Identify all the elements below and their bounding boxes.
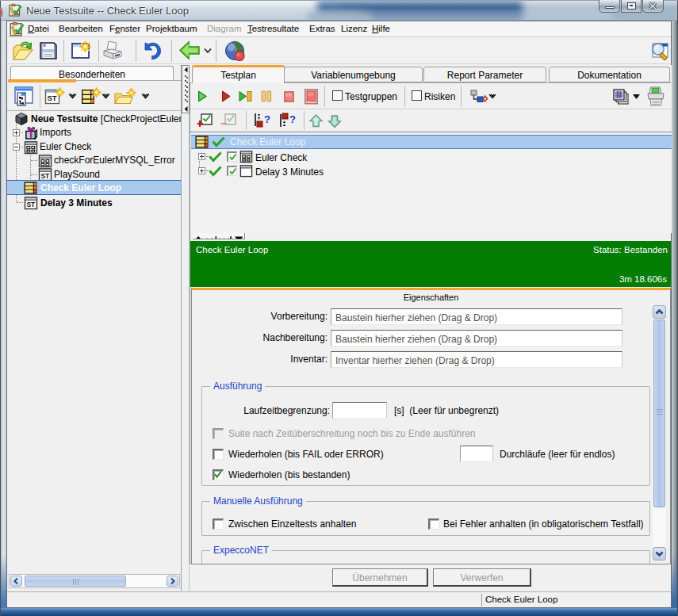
svg-text:ST: ST [40,172,50,180]
svg-text:ST: ST [47,94,56,102]
svg-text:ST: ST [26,201,36,209]
svg-text:?: ? [289,113,296,125]
svg-text:?: ? [264,113,270,125]
